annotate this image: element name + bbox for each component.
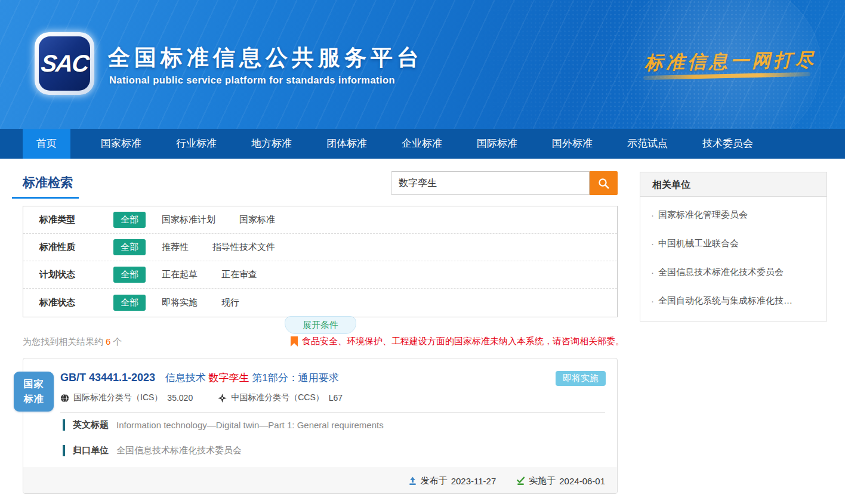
filter-option[interactable]: 国家标准计划 [162,214,215,225]
filter-row-standard-status: 标准状态 全部 即将实施 现行 [23,289,617,316]
english-title-value: Information technology—Digital twin—Part… [116,420,384,430]
ics-label: 国际标准分类号（ICS） [73,392,162,403]
sac-logo-inner: SAC [39,36,90,91]
slogan-underline [643,72,810,80]
nav-item-industry-standards[interactable]: 行业标准 [159,129,234,159]
ccs-label: 中国标准分类号（CCS） [231,392,324,403]
filter-panel: 标准类型 全部 国家标准计划 国家标准 标准性质 全部 推荐性 指导性技术文件 … [23,206,618,317]
sac-logo-text: SAC [39,50,89,77]
nav-item-local-standards[interactable]: 地方标准 [234,129,309,159]
result-card: 国家 标准 GB/T 43441.1-2023 信息技术 数字孪生 第1部分：通… [23,358,618,494]
main-navbar: 首页 国家标准 行业标准 地方标准 团体标准 企业标准 国际标准 国外标准 示范… [0,129,845,159]
status-badge: 即将实施 [556,371,606,386]
world-map-decoration [391,0,845,129]
nav-item-enterprise-standards[interactable]: 企业标准 [384,129,459,159]
implemented-date-group: 实施于 2024-06-01 [516,475,605,487]
nav-item-foreign-standards[interactable]: 国外标准 [535,129,610,159]
site-subtitle: National public service platform for sta… [109,75,395,86]
result-summary: 为您找到相关结果约6个 [23,336,122,348]
sac-logo[interactable]: SAC [35,32,94,95]
filter-selected-badge[interactable]: 全部 [113,295,146,311]
expand-conditions-button[interactable]: 展开条件 [285,316,356,334]
english-title-label: 英文标题 [73,419,109,431]
standard-title-link[interactable]: GB/T 43441.1-2023 信息技术 数字孪生 第1部分：通用要求 [60,371,339,385]
notice-text: 食品安全、环境保护、工程建设方面的国家标准未纳入本系统，请咨询相关部委。 [302,336,624,347]
badge-line1: 国家 [14,377,54,392]
committee-row: 归口单位 全国信息技术标准化技术委员会 [63,445,242,456]
ics-value: 35.020 [167,393,193,403]
field-accent-bar [63,445,65,456]
filter-option[interactable]: 即将实施 [162,297,198,308]
publish-upload-icon [408,477,417,486]
nav-item-group-standards[interactable]: 团体标准 [309,129,384,159]
search-button[interactable] [590,171,618,195]
classification-row: 国际标准分类号（ICS） 35.020 中国标准分类号（CCS） L67 [60,392,368,403]
filter-label: 标准性质 [39,242,94,253]
filter-row-plan-status: 计划状态 全部 正在起草 正在审查 [23,261,617,289]
result-count: 6 [103,336,113,347]
related-units-title: 相关单位 [640,172,827,197]
bullet-dot: · [651,239,654,249]
related-units-list: ·国家标准化管理委员会 ·中国机械工业联合会 ·全国信息技术标准化技术委员会 ·… [640,197,827,321]
standard-title-highlight: 数字孪生 [209,372,249,384]
filter-selected-badge[interactable]: 全部 [113,212,146,228]
filter-option[interactable]: 现行 [221,297,239,308]
nav-item-technical-committee[interactable]: 技术委员会 [685,129,770,159]
filter-row-standard-type: 标准类型 全部 国家标准计划 国家标准 [23,206,617,234]
national-standard-badge: 国家 标准 [14,372,54,412]
nav-item-national-standards[interactable]: 国家标准 [84,129,159,159]
committee-value: 全国信息技术标准化技术委员会 [116,445,242,456]
nav-item-home[interactable]: 首页 [23,129,70,159]
bullet-dot: · [651,210,654,220]
filter-label: 计划状态 [39,269,94,280]
filter-selected-badge[interactable]: 全部 [113,239,146,255]
filter-selected-badge[interactable]: 全部 [113,267,146,283]
globe-icon [60,394,69,403]
filter-label: 标准状态 [39,297,94,308]
implemented-label: 实施于 [529,475,556,487]
nav-item-international-standards[interactable]: 国际标准 [459,129,535,159]
filter-option[interactable]: 指导性技术文件 [212,242,275,253]
site-header: SAC 全国标准信息公共服务平台 National public service… [0,0,845,129]
filter-option[interactable]: 正在审查 [221,269,257,280]
ics-group: 国际标准分类号（ICS） 35.020 [60,392,193,403]
result-summary-prefix: 为您找到相关结果约 [23,336,103,347]
site-title: 全国标准信息公共服务平台 [108,43,423,73]
main-content: 标准检索 标准类型 全部 国家标准计划 国家标准 标准性质 全部 推荐性 指导性… [0,159,845,504]
compass-icon [218,394,227,403]
standard-code: GB/T 43441.1-2023 [60,372,155,384]
sidebar-item-label: 国家标准化管理委员会 [658,209,748,221]
ccs-group: 中国标准分类号（CCS） L67 [218,392,343,403]
published-date: 2023-11-27 [451,476,496,486]
search-icon [597,177,610,190]
nav-item-pilot[interactable]: 示范试点 [610,129,685,159]
sidebar-item-it-standardization-committee[interactable]: ·全国信息技术标准化技术委员会 [651,258,816,286]
published-label: 发布于 [421,475,448,487]
card-divider [60,412,605,413]
bookmark-icon [291,336,298,347]
bullet-dot: · [651,296,654,306]
sidebar-item-label: 全国信息技术标准化技术委员会 [658,267,784,278]
sidebar-item-sac[interactable]: ·国家标准化管理委员会 [651,200,816,229]
title-underline [12,197,79,199]
filter-option[interactable]: 推荐性 [162,242,189,253]
filter-label: 标准类型 [39,214,94,225]
implement-check-icon [516,477,525,486]
system-notice: 食品安全、环境保护、工程建设方面的国家标准未纳入本系统，请咨询相关部委。 [291,336,624,347]
ccs-value: L67 [329,393,343,403]
filter-option[interactable]: 国家标准 [239,214,275,225]
sidebar-item-automation-systems-committee[interactable]: ·全国自动化系统与集成标准化技… [651,286,816,315]
badge-line2: 标准 [14,392,54,407]
result-summary-suffix: 个 [113,336,122,347]
bullet-dot: · [651,267,654,277]
published-date-group: 发布于 2023-11-27 [408,475,496,487]
header-slogan: 标准信息一网打尽 [644,47,817,75]
sidebar-item-label: 中国机械工业联合会 [658,238,739,249]
search-input[interactable] [391,171,590,195]
implemented-date: 2024-06-01 [559,476,605,486]
filter-option[interactable]: 正在起草 [162,269,198,280]
standard-title-part1: 信息技术 [165,372,206,384]
page-title: 标准检索 [23,174,73,191]
sidebar-item-machinery-federation[interactable]: ·中国机械工业联合会 [651,229,816,258]
card-footer: 发布于 2023-11-27 实施于 2024-06-01 [23,468,617,493]
